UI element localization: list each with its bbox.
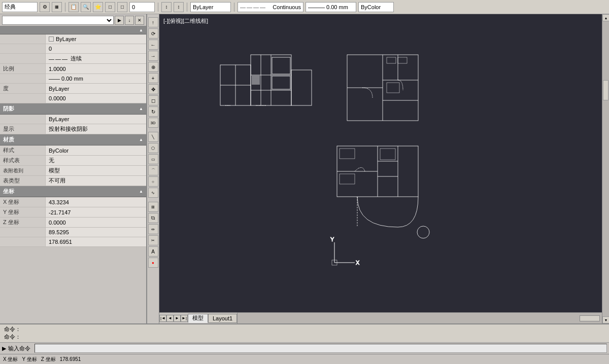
linetype-dropdown[interactable]: ———— Continuous — [238, 2, 303, 12]
h-scroll-thumb[interactable] — [580, 315, 600, 321]
prop-val-z[interactable]: 0.0000 — [46, 217, 146, 227]
svg-rect-29 — [398, 57, 407, 63]
prop-val-shadow1[interactable]: ByLayer — [46, 115, 146, 124]
tool-pan-right[interactable]: → — [148, 51, 158, 61]
tool-text[interactable]: A — [148, 246, 158, 257]
tool-pan-left[interactable]: ← — [148, 40, 158, 50]
tool-pan[interactable]: ✥ — [148, 84, 158, 94]
prop-label-scale: 比例 — [0, 64, 46, 74]
tool-orbit[interactable]: ⟳ — [148, 28, 158, 39]
prop-val-style[interactable]: ByColor — [46, 145, 146, 155]
color-dropdown[interactable]: ByColor — [358, 2, 394, 12]
prop-label-linetype — [0, 54, 46, 63]
category-material-arrow: ▲ — [139, 137, 143, 142]
tab-nav-last[interactable]: ►| — [181, 315, 188, 322]
prop-row-scale: 比例 1.0000 — [0, 64, 146, 74]
cad-viewport[interactable]: [-][俯视][二维线框] — [159, 14, 602, 312]
prop-row-zero: 0.0000 — [0, 94, 146, 103]
tool-zoom-win[interactable]: ◻ — [148, 95, 158, 105]
prop-val-x[interactable]: 43.3234 — [46, 197, 146, 207]
toolbar-btn-2[interactable]: 📋 — [69, 2, 79, 12]
props-filter-btn2[interactable]: ↓ — [125, 16, 134, 25]
prop-val-y[interactable]: -21.7147 — [46, 207, 146, 217]
tab-nav-prev[interactable]: ◄ — [166, 315, 174, 322]
tool-copy[interactable]: ⿻ — [148, 213, 158, 223]
svg-rect-28 — [387, 57, 396, 63]
scroll-down-btn[interactable]: ▼ — [602, 316, 609, 323]
workspace-dropdown[interactable]: 经典 — [2, 2, 38, 12]
tool-rotate[interactable]: ↻ — [148, 106, 158, 117]
prop-row-x: X 坐标 43.3234 — [0, 197, 146, 207]
prop-label-shadow1 — [0, 115, 46, 124]
h-scroll-area[interactable] — [237, 313, 602, 323]
tab-layout1[interactable]: Layout1 — [208, 314, 237, 323]
status-z-label: Z 坐标 — [41, 356, 56, 363]
category-general-header[interactable]: ▲ — [0, 26, 146, 34]
prop-row-shadow1: ByLayer — [0, 115, 146, 124]
prop-val-linetype[interactable]: ——— 连续 — [46, 54, 146, 63]
prop-val-scale[interactable]: 1.0000 — [46, 64, 146, 74]
tool-trim[interactable]: ✂ — [148, 235, 158, 245]
bylayer-dropdown[interactable]: ByLayer — [190, 2, 231, 12]
props-filter-dropdown[interactable] — [2, 16, 114, 25]
prop-val-du[interactable]: ByLayer — [46, 84, 146, 93]
prop-label-zero — [0, 94, 46, 103]
tab-model[interactable]: 模型 — [188, 314, 208, 323]
tool-line[interactable]: ╲ — [148, 132, 158, 142]
sep-1 — [65, 3, 65, 12]
properties-scroll[interactable]: ▲ ByLayer 0 — [0, 26, 146, 323]
props-filter-btn1[interactable]: ▶ — [115, 16, 124, 25]
prop-val-bylayer[interactable]: ByLayer — [46, 34, 146, 44]
status-bar: X 坐标 Y 坐标 Z 坐标 178.6951 — [0, 354, 609, 364]
prop-val-xianshi[interactable]: 投射和接收阴影 — [46, 124, 146, 134]
toolbar-btn-4[interactable]: ⭐ — [93, 2, 103, 12]
toolbar-btn-3[interactable]: 🔍 — [81, 2, 91, 12]
tool-circle[interactable]: ○ — [148, 176, 158, 187]
tool-zoom-ext[interactable]: ⊕ — [148, 62, 158, 72]
prop-val-zero[interactable]: 0.0000 — [46, 94, 146, 103]
tool-pan-up[interactable]: ↑ — [148, 17, 158, 27]
tool-rect[interactable]: ▭ — [148, 154, 158, 164]
tool-mirror[interactable]: ⇔ — [148, 224, 158, 234]
viewport-container: [-][俯视][二维线框] — [159, 14, 602, 323]
category-shadow-header[interactable]: 阴影 ▲ — [0, 103, 146, 115]
toolbar-btn-8[interactable]: ↕ — [174, 2, 184, 12]
toolbar-btn-7[interactable]: ↕ — [161, 2, 172, 12]
tool-poly[interactable]: ⬡ — [148, 143, 158, 153]
tool-3d[interactable]: 3D — [148, 118, 158, 128]
prop-val-lineweight[interactable]: —— 0.00 mm — [46, 74, 146, 83]
tab-nav-next[interactable]: ► — [174, 315, 181, 322]
svg-rect-38 — [340, 149, 355, 159]
layer-zero-dropdown[interactable]: 0 — [129, 2, 155, 12]
tab-nav-first[interactable]: |◄ — [159, 315, 166, 322]
tool-zoom-in[interactable]: + — [148, 73, 158, 83]
prop-val-styletable[interactable]: 无 — [46, 156, 146, 165]
scroll-up-btn[interactable]: ▲ — [602, 14, 609, 21]
category-material-header[interactable]: 材质 ▲ — [0, 134, 146, 145]
scroll-track[interactable] — [602, 21, 609, 316]
props-filter-btn3[interactable]: ✕ — [135, 16, 144, 25]
command-area: 命令： 命令： ▶ 输入命令 — [0, 323, 609, 354]
tool-spline[interactable]: ∿ — [148, 188, 158, 198]
prop-val-layer[interactable]: 0 — [46, 44, 146, 53]
tool-dim[interactable]: ● — [148, 258, 158, 268]
tab-bar: |◄ ◄ ► ►| 模型 Layout1 — [159, 312, 602, 323]
toolbar-btn-1[interactable]: ▦ — [52, 2, 62, 12]
tool-move[interactable]: ⊞ — [148, 202, 158, 212]
command-input[interactable] — [35, 344, 607, 353]
prop-val-attach[interactable]: 模型 — [46, 166, 146, 175]
prop-val-extra1[interactable]: 89.5295 — [46, 228, 146, 237]
prop-val-tabletype[interactable]: 不可用 — [46, 176, 146, 186]
svg-rect-39 — [340, 174, 355, 184]
settings-btn[interactable]: ⚙ — [40, 2, 50, 12]
status-value: 178.6951 — [60, 356, 81, 362]
prop-row-attach: 表附着到 模型 — [0, 166, 146, 176]
scroll-thumb[interactable] — [603, 80, 608, 100]
prop-row-shadow2: 显示 投射和接收阴影 — [0, 124, 146, 134]
toolbar-btn-6[interactable]: □ — [117, 2, 127, 12]
prop-val-extra2[interactable]: 178.6951 — [46, 237, 146, 246]
category-coords-header[interactable]: 坐标 ▲ — [0, 186, 146, 197]
lineweight-dropdown[interactable]: ——— 0.00 mm — [306, 2, 356, 12]
toolbar-btn-5[interactable]: □ — [105, 2, 115, 12]
tool-arc[interactable]: ⌒ — [148, 165, 158, 175]
